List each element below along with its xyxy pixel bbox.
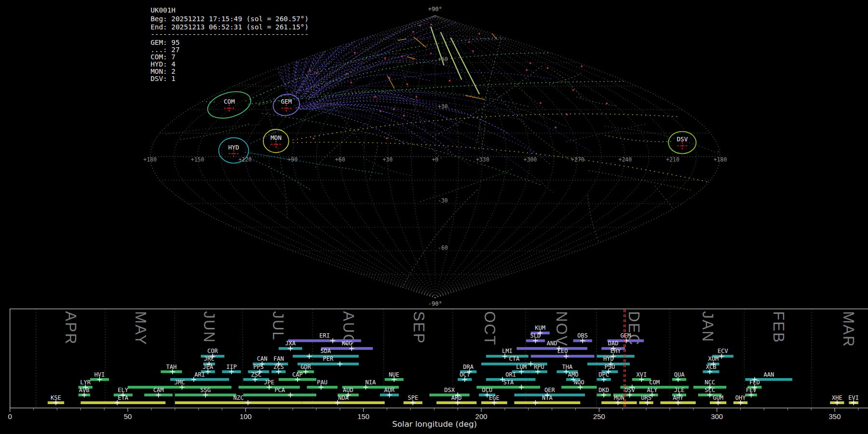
- lon-tick-label: +300: [524, 156, 537, 163]
- shower-label: PPS: [253, 364, 264, 370]
- shower-iip: IIP: [222, 364, 241, 374]
- shower-label: COR: [207, 348, 218, 354]
- shower-label: XUM: [708, 355, 719, 362]
- shower-fev: FEV: [745, 387, 757, 397]
- radiant-count-hyd: HYD: 4: [150, 60, 176, 68]
- shower-activity-bar: [302, 401, 385, 404]
- shower-label: SSG: [200, 387, 211, 393]
- shower-label: NCC: [705, 379, 715, 386]
- shower-label: EVI: [848, 394, 859, 401]
- lat-tick-label: +30: [438, 103, 448, 110]
- month-label-jun: JUN: [201, 311, 217, 343]
- shower-label: NDA: [338, 394, 349, 401]
- radiant-count-mon: MON: 2: [150, 68, 176, 75]
- shower-label: AND: [547, 340, 557, 347]
- month-label-apr: APR: [62, 311, 79, 345]
- radiant-count-com: COM: 7: [150, 53, 176, 61]
- month-label-jan: JAN: [699, 311, 716, 342]
- shower-label: OHY: [735, 394, 746, 401]
- shower-label: PSU: [604, 364, 615, 370]
- session-begin: Beg: 20251212 17:15:49 (sol = 260.57°): [150, 15, 309, 23]
- station-id: UK001H: [150, 6, 176, 14]
- shower-zcs: ZCS: [271, 364, 285, 374]
- shower-label: DPC: [598, 371, 609, 378]
- shower-label: FEV: [746, 387, 757, 393]
- x-tick-label-100: 100: [240, 412, 252, 420]
- shower-label: FAN: [273, 355, 284, 362]
- radiant-count-spo: ...: 27: [150, 46, 179, 54]
- shower-label: DKD: [598, 387, 609, 393]
- x-tick-label-200: 200: [475, 412, 488, 420]
- shower-label: QUA: [674, 371, 685, 378]
- shower-label: COM: [649, 379, 660, 386]
- shower-activity-bar: [81, 401, 165, 404]
- shower-label: JXA: [285, 340, 296, 347]
- shower-nue: NUE: [385, 371, 404, 382]
- x-tick-label-300: 300: [711, 412, 723, 420]
- shower-label: OCT: [460, 371, 470, 378]
- x-tick-label-250: 250: [593, 412, 605, 420]
- shower-qua: QUA: [672, 371, 686, 382]
- shower-label: OER: [544, 387, 556, 393]
- shower-label: OCU: [482, 387, 492, 393]
- shower-label: LEO: [557, 348, 568, 354]
- shower-dsx: DSX: [429, 387, 469, 397]
- radiant-label-com: COM: [224, 98, 235, 105]
- shower-label: HVI: [95, 371, 105, 378]
- radiant-count-gem: GEM: 95: [150, 39, 179, 46]
- lon-tick-label: +120: [238, 156, 252, 163]
- activity-timeline: APRMAYJUNJULAUGSEPOCTNOVDECJANFEBMAR KUM…: [8, 309, 868, 429]
- shower-label: EHY: [610, 348, 622, 354]
- lat-tick-label: -60: [438, 244, 448, 251]
- shower-label: JLE: [674, 387, 685, 393]
- shower-label: SLD: [530, 332, 541, 339]
- shower-label: NOO: [574, 379, 584, 386]
- month-label-oct: OCT: [481, 311, 498, 346]
- shower-label: CAN: [257, 355, 268, 362]
- lon-tick-label: +330: [476, 156, 489, 163]
- shower-label: XHE: [832, 394, 842, 401]
- lon-tick-label: +0: [432, 156, 438, 163]
- shower-label: ARI: [194, 371, 205, 378]
- shower-label: DSV: [624, 387, 635, 393]
- shower-label: AMO: [568, 371, 579, 378]
- shower-activity-bar: [514, 401, 580, 404]
- shower-label: AVB: [79, 387, 90, 393]
- x-tick-label-350: 350: [829, 412, 841, 420]
- shower-label: AUD: [343, 387, 353, 393]
- shower-label: THA: [562, 364, 573, 370]
- shower-label: STA: [503, 379, 514, 386]
- shower-dkd: DKD: [597, 387, 611, 397]
- shower-xvi: XVI: [632, 371, 651, 382]
- lon-tick-label: +180: [143, 156, 157, 163]
- lon-tick-label: +60: [335, 156, 345, 163]
- shower-label: XVI: [636, 371, 647, 378]
- shower-label: IIP: [226, 364, 237, 370]
- shower-label: NZC: [233, 394, 244, 401]
- month-label-feb: FEB: [770, 311, 787, 343]
- shower-label: SCC: [705, 387, 715, 393]
- shower-label: NTA: [542, 394, 553, 401]
- shower-label: JEA: [203, 364, 214, 370]
- shower-label: RPU: [534, 364, 544, 370]
- shower-avb: AVB: [78, 387, 90, 397]
- shower-urs: URS: [639, 394, 653, 405]
- shower-label: ETA: [118, 394, 129, 401]
- shower-label: SPE: [407, 394, 418, 401]
- shower-label: JMC: [175, 379, 185, 386]
- shower-label: HYD: [603, 355, 614, 362]
- shower-label: TAH: [166, 364, 177, 370]
- shower-obs: OBS: [573, 332, 592, 343]
- shower-label: ERI: [319, 332, 330, 339]
- shower-label: DRA: [463, 364, 474, 370]
- shower-activity-bar: [516, 347, 587, 350]
- shower-label: DAD: [608, 340, 619, 347]
- lon-tick-label: +240: [619, 156, 632, 163]
- month-label-may: MAY: [132, 311, 149, 346]
- radiant-count-dsv: DSV: 1: [150, 75, 176, 82]
- radiant-label-mon: MON: [271, 134, 282, 141]
- shower-kse: KSE: [48, 394, 64, 405]
- shower-label: EGE: [489, 394, 500, 401]
- shower-label: ALY: [647, 387, 658, 393]
- shower-hvi: HVI: [90, 371, 109, 382]
